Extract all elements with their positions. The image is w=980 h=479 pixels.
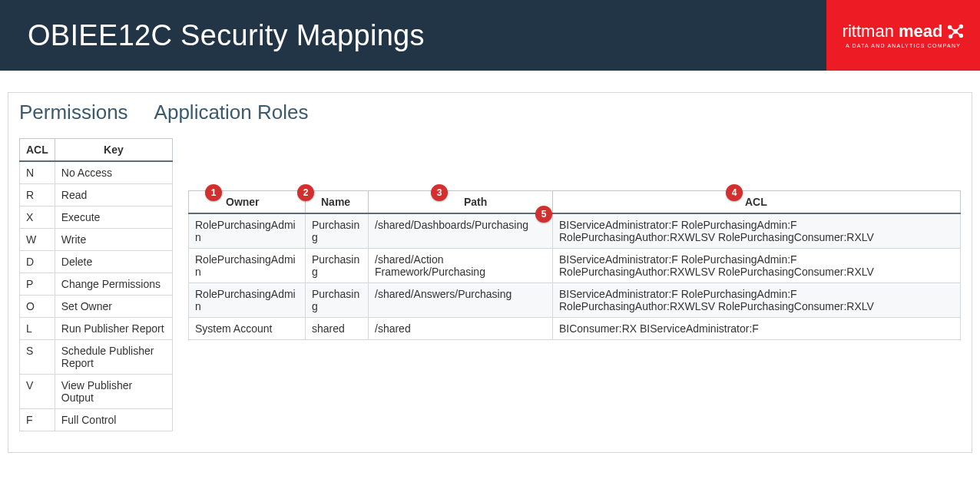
cell-path: /shared/Action Framework/Purchasing — [369, 249, 553, 283]
security-mappings-table: Owner Name Path ACL RolePurchasingAdminP… — [188, 190, 961, 340]
cell-acl: BIServiceAdministrator:F RolePurchasingA… — [553, 283, 961, 318]
cell-owner: System Account — [189, 318, 306, 340]
table-row: System Accountshared/sharedBIConsumer:RX… — [189, 318, 961, 340]
cell-name: Purchasing — [306, 283, 369, 318]
callout-marker-1: 1 — [205, 184, 222, 201]
key-cell-key: Change Permissions — [55, 273, 172, 296]
key-cell-acl: V — [20, 375, 55, 409]
table-row: RolePurchasingAdminPurchasing/shared/Ans… — [189, 283, 961, 318]
report-panel: Permissions Application Roles ACL Key NN… — [8, 92, 972, 453]
col-header-path: Path — [369, 191, 553, 214]
brand-name-bold: mead — [899, 23, 942, 40]
key-row: PChange Permissions — [20, 273, 173, 296]
cell-path: /shared/Answers/Purchasing — [369, 283, 553, 318]
cell-acl: BIConsumer:RX BIServiceAdministrator:F — [553, 318, 961, 340]
col-header-acl: ACL — [553, 191, 961, 214]
key-cell-key: Run Publisher Report — [55, 318, 172, 340]
key-row: RRead — [20, 184, 173, 206]
key-cell-key: No Access — [55, 161, 172, 184]
key-cell-acl: O — [20, 296, 55, 318]
page-title: OBIEE12C Security Mappings — [0, 19, 425, 52]
data-table-panel: 1 2 3 4 5 Owner Name Path ACL — [188, 138, 961, 340]
key-cell-acl: D — [20, 251, 55, 273]
key-cell-key: Write — [55, 229, 172, 251]
key-row: NNo Access — [20, 161, 173, 184]
key-row: LRun Publisher Report — [20, 318, 173, 340]
cell-acl: BIServiceAdministrator:F RolePurchasingA… — [553, 213, 961, 249]
key-cell-key: Schedule Publisher Report — [55, 340, 172, 375]
tab-permissions[interactable]: Permissions — [19, 101, 128, 124]
key-cell-acl: W — [20, 229, 55, 251]
key-header-acl: ACL — [20, 139, 55, 162]
cell-name: Purchasing — [306, 213, 369, 249]
table-row: RolePurchasingAdminPurchasing/shared/Das… — [189, 213, 961, 249]
brand-name-light: rittman — [843, 23, 894, 40]
key-cell-acl: X — [20, 206, 55, 229]
key-row: XExecute — [20, 206, 173, 229]
brand-name: rittmanmead — [843, 23, 965, 40]
key-row: OSet Owner — [20, 296, 173, 318]
brand-badge: rittmanmead A DATA AND ANALYTICS COMPANY — [826, 0, 980, 71]
key-row: VView Publisher Output — [20, 375, 173, 409]
key-cell-acl: P — [20, 273, 55, 296]
permissions-key-table: ACL Key NNo AccessRReadXExecuteWWriteDDe… — [19, 138, 173, 431]
key-row: FFull Control — [20, 409, 173, 431]
key-cell-key: Read — [55, 184, 172, 206]
key-cell-key: Delete — [55, 251, 172, 273]
callout-marker-4: 4 — [726, 184, 743, 201]
brand-tagline: A DATA AND ANALYTICS COMPANY — [846, 43, 961, 48]
permissions-key-panel: ACL Key NNo AccessRReadXExecuteWWriteDDe… — [19, 138, 173, 431]
key-row: WWrite — [20, 229, 173, 251]
callout-marker-3: 3 — [431, 184, 448, 201]
svg-line-6 — [955, 26, 961, 31]
key-cell-key: View Publisher Output — [55, 375, 172, 409]
cell-owner: RolePurchasingAdmin — [189, 213, 306, 249]
callout-marker-2: 2 — [297, 184, 314, 201]
col-header-name: Name — [306, 191, 369, 214]
key-cell-key: Set Owner — [55, 296, 172, 318]
content-area: Permissions Application Roles ACL Key NN… — [0, 71, 980, 461]
cell-name: Purchasing — [306, 249, 369, 283]
cell-acl: BIServiceAdministrator:F RolePurchasingA… — [553, 249, 961, 283]
network-icon — [947, 23, 964, 40]
key-row: DDelete — [20, 251, 173, 273]
svg-line-7 — [951, 31, 955, 36]
cell-owner: RolePurchasingAdmin — [189, 283, 306, 318]
tab-application-roles[interactable]: Application Roles — [154, 101, 309, 124]
cell-path: /shared — [369, 318, 553, 340]
svg-line-5 — [950, 27, 955, 31]
key-cell-acl: R — [20, 184, 55, 206]
key-row: SSchedule Publisher Report — [20, 340, 173, 375]
key-cell-acl: L — [20, 318, 55, 340]
key-cell-acl: F — [20, 409, 55, 431]
table-row: RolePurchasingAdminPurchasing/shared/Act… — [189, 249, 961, 283]
key-cell-acl: S — [20, 340, 55, 375]
callout-marker-5: 5 — [535, 206, 552, 223]
app-header: OBIEE12C Security Mappings rittmanmead A… — [0, 0, 980, 71]
key-cell-key: Full Control — [55, 409, 172, 431]
cell-owner: RolePurchasingAdmin — [189, 249, 306, 283]
key-cell-acl: N — [20, 161, 55, 184]
cell-path: /shared/Dashboards/Purchasing — [369, 213, 553, 249]
two-column-layout: ACL Key NNo AccessRReadXExecuteWWriteDDe… — [19, 138, 961, 431]
key-header-key: Key — [55, 139, 172, 162]
key-cell-key: Execute — [55, 206, 172, 229]
tab-bar: Permissions Application Roles — [19, 93, 961, 138]
cell-name: shared — [306, 318, 369, 340]
svg-line-8 — [955, 31, 961, 36]
